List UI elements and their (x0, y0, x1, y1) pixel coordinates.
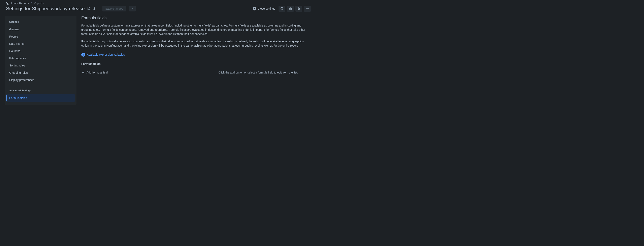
breadcrumb-current[interactable]: Reports (34, 1, 44, 5)
settings-button[interactable] (296, 6, 302, 12)
download-button[interactable] (287, 6, 294, 12)
sidebar-item-people[interactable]: People (6, 33, 75, 40)
sidebar-section-advanced: Advanced Settings (6, 88, 75, 94)
content-heading: Formula fields (81, 16, 306, 20)
sidebar-item-formula-fields[interactable]: Formula fields (6, 94, 75, 102)
breadcrumb: Limbr Reports / Reports (6, 1, 311, 5)
sidebar-item-columns[interactable]: Columns (6, 47, 75, 55)
sidebar-item-data-source[interactable]: Data source (6, 40, 75, 47)
svg-point-7 (308, 8, 309, 9)
content-paragraph-1: Formula fields define a custom formula e… (81, 23, 306, 36)
sidebar-item-filtering-rules[interactable]: Filtering rules (6, 55, 75, 62)
save-dropdown-button[interactable] (129, 6, 136, 11)
app-logo-icon (6, 1, 9, 5)
refresh-button[interactable] (278, 6, 285, 12)
content-paragraph-2: Formula fields may optionally define a c… (81, 39, 306, 48)
plus-icon (81, 71, 85, 74)
content-panel: Formula fields Formula fields define a c… (81, 16, 311, 105)
svg-point-4 (298, 9, 299, 10)
breadcrumb-root[interactable]: Limbr Reports (11, 1, 29, 5)
page-title: Settings for Shipped work by release (6, 6, 85, 11)
add-formula-field-button[interactable]: Add formula field (81, 69, 108, 76)
more-button[interactable] (304, 6, 311, 12)
settings-sidebar: Settings General People Data source Colu… (5, 16, 76, 105)
sidebar-item-sorting-rules[interactable]: Sorting rules (6, 62, 75, 69)
sidebar-item-general[interactable]: General (6, 26, 75, 33)
save-button[interactable]: Save changes (102, 6, 126, 11)
expression-variables-link[interactable]: ? Available expression variables (81, 53, 306, 57)
close-icon: ✕ (253, 7, 256, 10)
svg-point-6 (307, 8, 308, 9)
svg-point-2 (298, 8, 299, 8)
sidebar-item-grouping-rules[interactable]: Grouping rules (6, 69, 75, 76)
open-external-icon[interactable] (87, 7, 90, 10)
svg-point-3 (299, 8, 300, 9)
empty-list-hint: Click the add button or select a formula… (218, 71, 298, 74)
close-settings-button[interactable]: ✕ Close settings (251, 6, 277, 11)
link-icon[interactable] (93, 7, 96, 10)
formula-fields-section-label: Formula fields (81, 62, 306, 65)
svg-point-1 (7, 2, 8, 4)
svg-point-5 (306, 8, 307, 9)
sidebar-section-settings: Settings (6, 19, 75, 25)
help-icon: ? (81, 53, 85, 57)
breadcrumb-separator: / (31, 1, 32, 5)
sidebar-item-display-preferences[interactable]: Display preferences (6, 76, 75, 84)
